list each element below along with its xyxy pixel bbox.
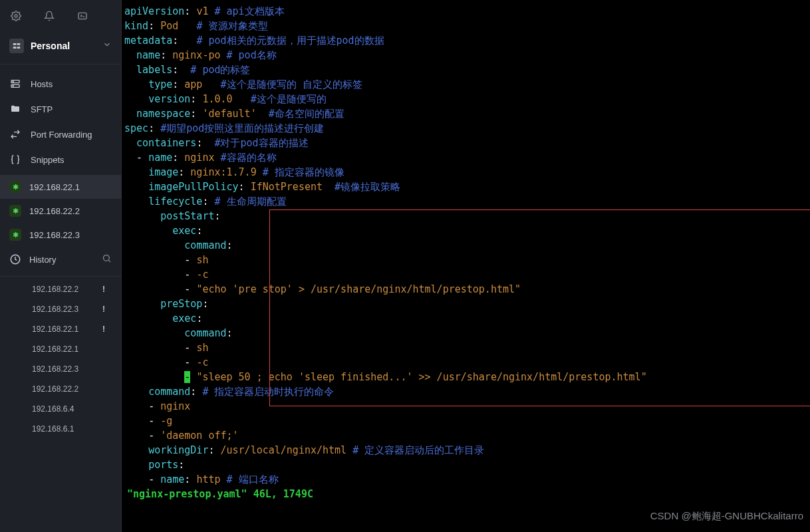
- watermark: CSDN @鲍海超-GNUBHCkalitarro: [650, 510, 803, 523]
- recent-item[interactable]: 192.168.22.3: [0, 359, 121, 379]
- cursor: -: [184, 371, 190, 383]
- nav-hosts[interactable]: Hosts: [0, 71, 121, 96]
- sidebar-toolbar: [0, 0, 121, 32]
- host-status-icon: ✱: [9, 229, 21, 241]
- sidebar: Personal Hosts SFTP Port Forwarding Snip…: [0, 0, 122, 532]
- workspace-selector[interactable]: Personal: [0, 32, 121, 60]
- nav-portfwd[interactable]: Port Forwarding: [0, 122, 121, 147]
- recent-item[interactable]: 192.168.22.1: [0, 339, 121, 359]
- nav-history[interactable]: History: [0, 247, 121, 272]
- braces-icon: [9, 154, 21, 166]
- recent-item[interactable]: 192.168.6.1: [0, 419, 121, 439]
- code-editor[interactable]: apiVersion: v1 # api文档版本 kind: Pod # 资源对…: [122, 4, 810, 501]
- search-icon[interactable]: [102, 253, 112, 265]
- svg-point-0: [15, 15, 17, 17]
- hosts-icon: [9, 78, 21, 90]
- bell-icon[interactable]: [43, 9, 56, 23]
- workspace-icon: [9, 39, 24, 53]
- host-status-icon: ✱: [9, 181, 21, 193]
- arrows-icon: [9, 128, 21, 140]
- editor-pane[interactable]: apiVersion: v1 # api文档版本 kind: Pod # 资源对…: [122, 0, 810, 532]
- recent-item[interactable]: 192.168.22.2!: [0, 279, 121, 299]
- nav-label: Port Forwarding: [31, 130, 92, 140]
- host-ip: 192.168.22.1: [29, 182, 80, 192]
- nav-label: Snippets: [31, 155, 65, 165]
- recent-item[interactable]: 192.168.22.3!: [0, 299, 121, 319]
- alert-badge: !: [102, 285, 105, 294]
- vim-status-line: "nginx-prestop.yaml" 46L, 1749C: [124, 488, 313, 500]
- svg-rect-2: [13, 43, 17, 45]
- folder-icon: [9, 103, 21, 115]
- svg-point-8: [13, 81, 13, 82]
- nav-snippets[interactable]: Snippets: [0, 147, 121, 172]
- recent-item[interactable]: 192.168.6.4: [0, 399, 121, 419]
- nav-sftp[interactable]: SFTP: [0, 96, 121, 122]
- chevron-down-icon: [102, 40, 112, 52]
- host-ip: 192.168.22.3: [29, 230, 80, 240]
- terminal-icon[interactable]: [76, 9, 89, 23]
- nav-label: History: [29, 255, 56, 265]
- host-status-icon: ✱: [9, 205, 21, 217]
- svg-point-9: [13, 86, 13, 86]
- host-ip: 192.168.22.2: [29, 206, 80, 216]
- nav-label: SFTP: [31, 104, 53, 114]
- alert-badge: !: [102, 325, 105, 334]
- clock-icon: [9, 253, 21, 265]
- nav-list: Hosts SFTP Port Forwarding Snippets: [0, 64, 121, 172]
- workspace-label: Personal: [31, 41, 96, 51]
- host-item[interactable]: ✱ 192.168.22.2: [0, 199, 121, 223]
- recent-item[interactable]: 192.168.22.2: [0, 379, 121, 399]
- recent-list: 192.168.22.2! 192.168.22.3! 192.168.22.1…: [0, 276, 121, 439]
- host-item[interactable]: ✱ 192.168.22.1: [0, 175, 121, 199]
- alert-badge: !: [102, 305, 105, 314]
- svg-point-11: [104, 255, 110, 261]
- host-list: ✱ 192.168.22.1 ✱ 192.168.22.2 ✱ 192.168.…: [0, 175, 121, 247]
- svg-rect-3: [17, 43, 21, 45]
- host-item[interactable]: ✱ 192.168.22.3: [0, 223, 121, 247]
- svg-rect-4: [13, 47, 17, 49]
- nav-label: Hosts: [31, 79, 53, 89]
- svg-rect-5: [17, 47, 21, 49]
- recent-item[interactable]: 192.168.22.1!: [0, 319, 121, 339]
- settings-icon[interactable]: [9, 9, 23, 23]
